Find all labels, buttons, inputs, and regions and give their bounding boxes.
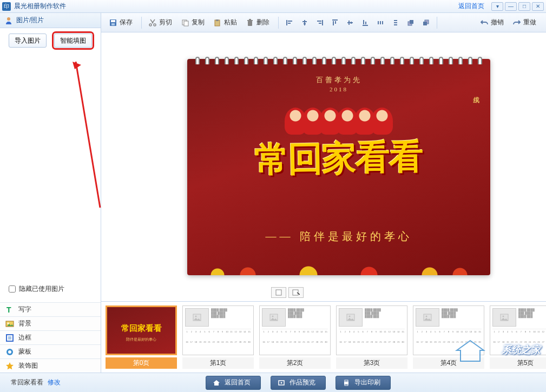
border-icon [5, 334, 14, 342]
delete-button[interactable]: 删除 [242, 16, 273, 30]
align-left-button[interactable] [284, 17, 295, 29]
back-home-button[interactable]: 返回首页 [206, 376, 261, 390]
print-icon [343, 379, 350, 387]
svg-rect-8 [216, 19, 219, 21]
svg-point-4 [154, 24, 156, 26]
bring-front-button[interactable] [405, 17, 417, 29]
cover-family-illustration [287, 108, 391, 135]
align-bottom-button[interactable] [359, 17, 371, 29]
thumb-page-5[interactable]: ████ ███████ ████████ ███123456789101112… [490, 305, 546, 369]
svg-rect-29 [8, 336, 11, 340]
svg-rect-6 [184, 21, 188, 26]
svg-point-22 [7, 17, 10, 21]
thumb-page-0[interactable]: 常回家看看陪伴是最好的孝心 第0页 [106, 305, 177, 369]
svg-point-45 [280, 382, 282, 383]
titlebar: 印 晨光相册制作软件 返回首页 ▾ — □ ✕ [0, 0, 546, 13]
svg-rect-48 [345, 384, 348, 386]
svg-point-3 [149, 24, 152, 26]
cut-button[interactable]: 剪切 [145, 16, 175, 30]
svg-point-31 [8, 350, 11, 354]
svg-point-43 [503, 316, 504, 317]
sidebar-tab-border[interactable]: 边框 [0, 330, 101, 344]
align-right-button[interactable] [314, 17, 326, 29]
distribute-h-button[interactable] [374, 17, 386, 29]
album-cover[interactable]: 百善孝为先 2018 戊戌年 常回家看看 陪伴是最好的孝心 [187, 59, 490, 275]
maximize-button[interactable]: □ [518, 2, 530, 11]
delete-icon [246, 18, 254, 27]
edit-name-link[interactable]: 修改 [48, 378, 61, 387]
minimize-button[interactable]: — [505, 2, 517, 11]
svg-rect-14 [382, 21, 383, 24]
annotation-arrow [70, 62, 103, 213]
redo-button[interactable]: 重做 [509, 16, 540, 30]
thumb-page-2[interactable]: ████ ███████ ████████ ███123456789101112… [259, 305, 331, 369]
paste-button[interactable]: 粘贴 [210, 16, 240, 30]
svg-rect-12 [378, 21, 379, 24]
thumb-page-3[interactable]: ████ ███████ ████████ ███123456789101112… [336, 305, 407, 369]
statusbar: 常回家看看 修改 返回首页 作品预览 导出印刷 [0, 373, 546, 392]
send-back-button[interactable] [420, 17, 432, 29]
toolbar: 保存 剪切 复制 粘贴 删除 撤销 重做 [101, 13, 546, 32]
svg-text:T: T [6, 305, 11, 314]
align-center-h-button[interactable] [299, 17, 311, 29]
svg-point-39 [349, 316, 351, 317]
preview-button[interactable]: 作品预览 [271, 376, 326, 390]
star-icon [5, 362, 14, 370]
person-icon [4, 16, 13, 25]
align-center-v-button[interactable] [344, 17, 356, 29]
save-icon [109, 18, 117, 27]
undo-button[interactable]: 撤销 [477, 16, 507, 30]
svg-rect-19 [410, 20, 413, 24]
copy-button[interactable]: 复制 [177, 16, 208, 30]
svg-marker-24 [73, 62, 81, 69]
mask-icon [5, 348, 14, 356]
svg-rect-32 [276, 290, 281, 295]
close-button[interactable]: ✕ [532, 2, 544, 11]
canvas-area: 百善孝为先 2018 戊戌年 常回家看看 陪伴是最好的孝心 常回家看看陪伴是最好… [101, 32, 546, 373]
sidebar-tab-decoration[interactable]: 装饰图 [0, 358, 101, 373]
app-icon: 印 [2, 2, 11, 11]
spiral-binding [193, 57, 485, 64]
svg-point-27 [8, 322, 9, 324]
dropdown-button[interactable]: ▾ [491, 2, 503, 11]
svg-point-41 [426, 316, 427, 317]
sidebar-tab-background[interactable]: 背景 [0, 316, 101, 330]
cover-subtitle: 陪伴是最好的孝心 [187, 229, 490, 244]
svg-point-35 [195, 316, 197, 317]
cut-icon [148, 18, 157, 27]
app-title: 晨光相册制作软件 [14, 2, 458, 11]
page-thumbnails: 常回家看看陪伴是最好的孝心 第0页 ████ ███████ ████████ … [101, 302, 546, 373]
svg-rect-21 [423, 22, 427, 25]
cover-main-title: 常回家看看 [187, 132, 490, 184]
svg-rect-17 [394, 24, 397, 25]
smart-fill-button[interactable]: 智能填图 [54, 34, 92, 48]
canvas-viewport[interactable]: 百善孝为先 2018 戊戌年 常回家看看 陪伴是最好的孝心 [101, 32, 546, 301]
svg-point-37 [272, 316, 274, 317]
svg-rect-15 [394, 20, 397, 21]
text-icon: T [5, 305, 14, 314]
paste-icon [213, 18, 222, 27]
page-settings-button[interactable] [288, 287, 304, 298]
sidebar: 图片/照片 导入图片 智能填图 隐藏已使用图片 T 写字 背景 [0, 13, 101, 373]
sidebar-header-images[interactable]: 图片/照片 [0, 13, 101, 28]
align-top-button[interactable] [329, 17, 341, 29]
copy-icon [181, 18, 189, 27]
thumb-page-4[interactable]: ████ ███████ ████████ ███123456789101112… [413, 305, 484, 369]
hide-used-checkbox[interactable]: 隐藏已使用图片 [9, 284, 92, 294]
thumb-page-1[interactable]: ████ ███████ ████████ ███123456789101112… [182, 305, 254, 369]
background-icon [5, 320, 14, 328]
svg-rect-13 [380, 21, 381, 24]
redo-icon [512, 18, 521, 27]
svg-rect-10 [247, 20, 253, 21]
sidebar-tab-mask[interactable]: 蒙板 [0, 344, 101, 358]
import-image-button[interactable]: 导入图片 [9, 34, 47, 48]
page-blank-button[interactable] [271, 287, 286, 298]
distribute-v-button[interactable] [390, 17, 402, 29]
sidebar-tab-text[interactable]: T 写字 [0, 302, 101, 316]
svg-rect-16 [394, 22, 397, 23]
save-button[interactable]: 保存 [106, 16, 136, 30]
home-link[interactable]: 返回首页 [458, 2, 484, 11]
undo-icon [480, 18, 489, 27]
home-icon [213, 379, 220, 387]
export-print-button[interactable]: 导出印刷 [336, 376, 391, 390]
